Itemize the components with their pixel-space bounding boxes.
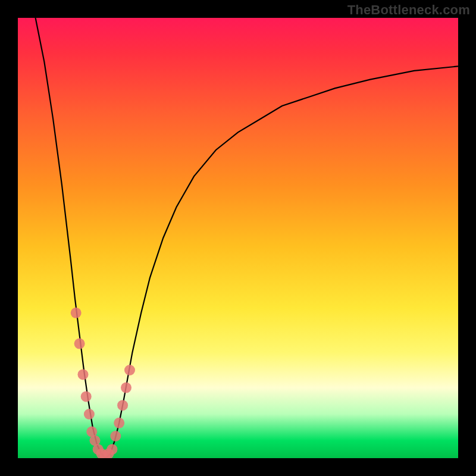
marker-dot xyxy=(110,431,121,441)
marker-dot xyxy=(124,365,135,375)
marker-dot xyxy=(114,418,124,428)
brand-watermark: TheBottleneck.com xyxy=(347,2,470,18)
marker-dot xyxy=(74,339,85,349)
marker-dot xyxy=(71,308,82,318)
marker-dot xyxy=(84,409,95,419)
bottleneck-curve xyxy=(36,18,458,458)
hardware-markers xyxy=(71,308,135,458)
chart-frame: TheBottleneck.com xyxy=(0,0,476,476)
curve-group xyxy=(36,18,458,458)
marker-dot xyxy=(121,383,131,393)
plot-area xyxy=(18,18,458,458)
marker-dot xyxy=(78,369,89,380)
bottleneck-curve-svg xyxy=(18,18,458,458)
marker-dot xyxy=(107,444,117,455)
marker-dot xyxy=(117,400,128,411)
marker-dot xyxy=(81,391,92,402)
